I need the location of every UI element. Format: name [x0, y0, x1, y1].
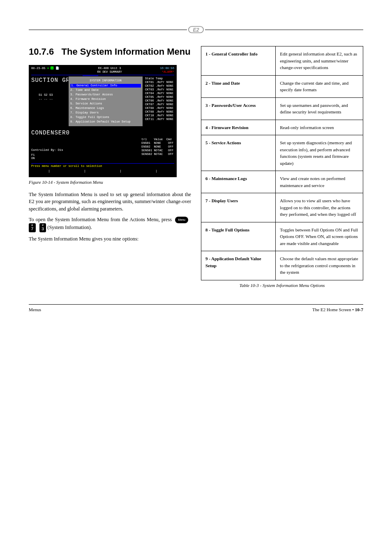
- bottom-table-row: ENS01 NONE OFF: [141, 141, 173, 145]
- footer-right: The E2 Home Screen • 10-7: [312, 307, 363, 312]
- state-row: CKT08 .Refr NONE: [145, 106, 173, 110]
- table-caption-text: - System Information Menu Options: [259, 283, 325, 288]
- popup-item-4[interactable]: 4. Firmware Revision: [70, 97, 141, 101]
- footer-hint: Press menu number or scroll to selection: [31, 164, 102, 168]
- figure-caption: Figure 10-14 - System Information Menu: [29, 180, 191, 185]
- table-caption: Table 10-3 - System Information Menu Opt…: [201, 283, 363, 288]
- state-row: CKT04 .Refr NONE: [145, 92, 173, 95]
- figure-label: Figure 10-14: [29, 180, 53, 185]
- section-heading: 10.7.6 The System Information Menu: [29, 46, 191, 58]
- system-info-table: 1 - General Controller InfoEdit general …: [201, 46, 363, 280]
- system-info-popup: SYSTEM INFORMATION 1. General Controller…: [68, 76, 143, 127]
- figure-caption-text: - System Information Menu: [53, 180, 103, 185]
- bottom-table-row: SENS01 NOTAC OFF: [141, 149, 173, 153]
- table-row: 9 - Application Default Value SetupChoos…: [201, 251, 363, 280]
- state-column: State Temp CKT01 .Refr NONE CKT02 .Refr …: [145, 77, 173, 121]
- state-row: CKT01 .Refr NONE: [145, 81, 173, 84]
- popup-item-1[interactable]: 1. General Controller Info: [70, 84, 141, 88]
- popup-item-2[interactable]: 2. Time and Date: [70, 88, 141, 92]
- state-row: CKT03 .Refr NONE: [145, 88, 173, 92]
- footer-left: Menus: [29, 307, 41, 312]
- popup-item-3[interactable]: 3. Passwords/User Access: [70, 93, 141, 97]
- menu-key-icon: Menu: [175, 217, 188, 223]
- popup-item-8[interactable]: 8. Toggle Full Options: [70, 116, 141, 119]
- state-row: CKT05 .Refr NONE: [145, 95, 173, 99]
- scr-alarm: *ALARM*: [160, 70, 174, 74]
- popup-item-9[interactable]: 9. Application Default Value Setup: [70, 120, 141, 124]
- state-row: CKT10 .Refr NONE: [145, 114, 173, 118]
- on-label: ON: [31, 157, 35, 160]
- e2-logo-icon: E2: [188, 25, 204, 35]
- state-row: CKT09 .Refr NONE: [145, 110, 173, 114]
- stage-dashes: -- -- --: [39, 97, 53, 101]
- body-para-3: The System Information Menu gives you ni…: [29, 236, 191, 243]
- stage-headers: S1 S2 S3: [39, 93, 53, 97]
- body-para-1: The System Information Menu is used to s…: [29, 191, 191, 213]
- table-row: 6 - Maintenance LogsView and create note…: [201, 171, 363, 193]
- table-row: 4 - Firmware RevisionRead-only informati…: [201, 120, 363, 135]
- table-row: 7 - Display UsersAllows you to view all …: [201, 193, 363, 222]
- bottom-table-header: trl Value Cmd: [141, 138, 173, 141]
- table-caption-label: Table 10-3: [240, 283, 259, 288]
- controlled-by: Controlled By: Dis: [31, 148, 63, 152]
- table-row: 8 - Toggle Full OptionsToggles between F…: [201, 222, 363, 251]
- table-row: 3 - Passwords/User AccessSet up username…: [201, 97, 363, 120]
- scr-status-icons: ● 🅶 📄: [47, 67, 59, 70]
- key-3-icon: #3: [39, 223, 46, 232]
- state-header: State Temp: [145, 77, 173, 81]
- body-para-2: To open the System Information Menu from…: [29, 216, 191, 233]
- svg-text:E2: E2: [193, 27, 199, 33]
- section-number: 10.7.6: [29, 46, 54, 57]
- key-7-icon: &7: [29, 223, 36, 232]
- state-row: CKT06 .Refr NONE: [145, 99, 173, 103]
- state-row: CKT11 .Refr NONE: [145, 118, 173, 121]
- section-title-text: The System Information Menu: [62, 46, 191, 57]
- popup-item-7[interactable]: 7. Display Users: [70, 111, 141, 115]
- scr-date: 08-23-05: [31, 67, 46, 70]
- popup-title: SYSTEM INFORMATION: [70, 79, 141, 83]
- scr-title-1: RX-400 Unit 3: [97, 67, 122, 70]
- bottom-table: trl Value Cmd ENS01 NONE OFF ENS02 NONE …: [141, 138, 173, 156]
- bottom-table-row: SENS02 NOTAC OFF: [141, 153, 173, 156]
- e2-screenshot: 08-23-05 ● 🅶 📄 RX-400 Unit 3 RX DEV SUMM…: [29, 65, 177, 177]
- table-row: 2 - Time and DateChange the current date…: [201, 75, 363, 97]
- table-row: 1 - General Controller InfoEdit general …: [201, 46, 363, 76]
- scr-time: 16:08:56: [160, 67, 174, 70]
- popup-item-6[interactable]: 6. Maintenance Logs: [70, 106, 141, 110]
- popup-item-5[interactable]: 5. Service Actions: [70, 102, 141, 106]
- page-footer: Menus The E2 Home Screen • 10-7: [29, 304, 363, 312]
- header-rule: E2: [29, 25, 363, 35]
- state-row: CKT07 .Refr NONE: [145, 103, 173, 106]
- state-row: CKT02 .Refr NONE: [145, 84, 173, 88]
- table-row: 5 - Service ActionsSet up system diagnos…: [201, 135, 363, 171]
- scr-title-2: RX DEV SUMMARY: [97, 70, 122, 74]
- bottom-table-row: ENS02 NONE OFF: [141, 145, 173, 149]
- condenser-label: CONDENSER0: [31, 130, 70, 137]
